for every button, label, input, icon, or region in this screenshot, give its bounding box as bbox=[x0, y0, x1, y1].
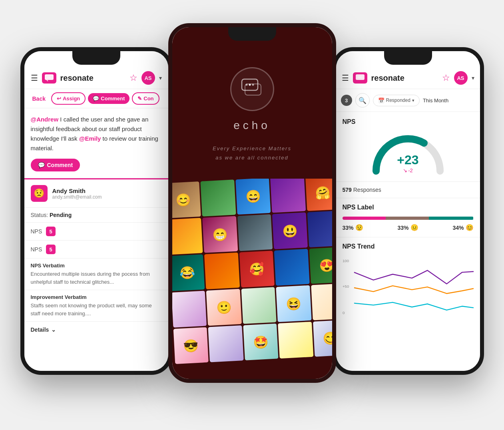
mention-emily[interactable]: @Emily bbox=[79, 135, 101, 142]
photo-24 bbox=[278, 322, 313, 358]
left-header: ☰ resonate ☆ AS ▾ bbox=[24, 51, 168, 89]
photo-15: 😍 bbox=[309, 247, 332, 284]
center-screen: echo Every Experience Matters as we are … bbox=[172, 27, 332, 379]
svg-point-9 bbox=[252, 84, 254, 86]
chevron-down-icon[interactable]: ▾ bbox=[159, 75, 162, 81]
photo-23: 🤩 bbox=[243, 323, 279, 360]
responses-row: 579 Responses bbox=[336, 182, 480, 198]
brand-name: resonate bbox=[60, 74, 126, 83]
photo-16 bbox=[172, 291, 207, 327]
echo-title: echo bbox=[233, 119, 271, 132]
gauge-container: +23 ↘ -2 bbox=[368, 131, 448, 175]
details-row[interactable]: Details ⌄ bbox=[24, 322, 168, 338]
right-phone: ☰ resonate ☆ AS ▾ 3 🔍 bbox=[332, 47, 484, 375]
nps-trend-section: NPS Trend 100 +50 0 bbox=[336, 237, 480, 327]
month-label[interactable]: This Month bbox=[423, 98, 448, 104]
avatar[interactable]: AS bbox=[141, 71, 155, 85]
user-avatar: 😟 bbox=[31, 185, 48, 202]
right-favorite-icon[interactable]: ☆ bbox=[442, 73, 450, 83]
photo-12 bbox=[204, 253, 240, 289]
right-header: ☰ resonate ☆ AS ▾ bbox=[336, 51, 480, 89]
improvement-section: Improvement Verbatim Staffs seem not kno… bbox=[24, 290, 168, 322]
responses-count: 579 bbox=[343, 187, 352, 193]
comment-button[interactable]: 💬 Comment bbox=[31, 159, 80, 171]
user-info: Andy Smith andy.smith@email.com bbox=[52, 187, 102, 200]
svg-point-8 bbox=[249, 84, 251, 86]
photo-5: 🤗 bbox=[305, 179, 332, 211]
right-screen: ☰ resonate ☆ AS ▾ 3 🔍 bbox=[336, 51, 480, 371]
status-value: Pending bbox=[50, 212, 72, 218]
bar-promoter bbox=[429, 217, 474, 220]
svg-point-11 bbox=[358, 77, 359, 78]
photo-21: 😎 bbox=[173, 327, 209, 364]
photo-8 bbox=[237, 214, 273, 251]
photo-20 bbox=[311, 283, 332, 320]
calendar-icon: 📅 bbox=[378, 98, 384, 104]
photo-11: 😂 bbox=[172, 254, 205, 291]
search-button[interactable]: 🔍 bbox=[355, 93, 370, 108]
photo-7: 😁 bbox=[202, 216, 238, 253]
photo-22 bbox=[208, 325, 243, 362]
svg-point-2 bbox=[47, 77, 48, 78]
nps-label-section: NPS Label 33% 😟 33% 😐 3 bbox=[336, 198, 480, 237]
responded-filter[interactable]: 📅 Responded ▾ bbox=[373, 95, 420, 106]
notification-badge[interactable]: 3 bbox=[341, 95, 352, 106]
comment-area: @Andrew I called the user and she gave a… bbox=[24, 108, 168, 178]
comment-text: @Andrew I called the user and she gave a… bbox=[31, 115, 162, 153]
nps-badge-2: 5 bbox=[46, 245, 56, 254]
bar-detractor bbox=[343, 217, 386, 220]
nps-trend-title: NPS Trend bbox=[343, 243, 474, 250]
nps-label-title: NPS Label bbox=[343, 204, 474, 211]
hamburger-icon[interactable]: ☰ bbox=[31, 73, 38, 83]
mention-andrew[interactable]: @Andrew bbox=[31, 116, 59, 123]
photo-18 bbox=[241, 287, 277, 324]
right-avatar[interactable]: AS bbox=[454, 71, 468, 85]
nps-row-1: NPS 5 bbox=[24, 223, 168, 241]
right-logo-icon bbox=[353, 72, 367, 84]
center-phone: echo Every Experience Matters as we are … bbox=[168, 23, 336, 383]
svg-point-7 bbox=[246, 84, 248, 86]
echo-tagline: Every Experience Matters as we are all c… bbox=[197, 144, 307, 163]
right-brand-name: resonate bbox=[371, 74, 438, 83]
favorite-icon[interactable]: ☆ bbox=[129, 73, 137, 83]
photo-3: 😄 bbox=[235, 179, 271, 215]
photo-collage: 😊 😄 🤗 😁 😃 😂 🥰 😍 🙂 bbox=[172, 179, 332, 379]
echo-logo bbox=[230, 67, 274, 111]
photo-10 bbox=[307, 211, 332, 247]
user-email: andy.smith@email.com bbox=[52, 194, 102, 200]
passive-pct: 33% 😐 bbox=[397, 224, 418, 231]
verbatim-section: NPS Verbatim Encountered multiple issues… bbox=[24, 259, 168, 290]
status-label: Status: bbox=[31, 212, 48, 218]
photo-6 bbox=[172, 218, 203, 255]
left-screen: ☰ resonate ☆ AS ▾ Ba bbox=[24, 51, 168, 371]
status-row: Status: Pending bbox=[24, 208, 168, 223]
bar-passive bbox=[386, 217, 429, 220]
assign-icon: ↩ bbox=[57, 96, 61, 102]
verbatim-label: NPS Verbatim bbox=[31, 263, 162, 269]
nps-label-2: NPS bbox=[31, 246, 42, 253]
passive-emoji: 😐 bbox=[410, 224, 418, 231]
photo-19: 😆 bbox=[276, 285, 311, 322]
svg-point-4 bbox=[50, 77, 51, 78]
verbatim-text: Encountered multiple issues during the p… bbox=[31, 270, 162, 286]
con-icon: ✎ bbox=[137, 96, 142, 102]
assign-button[interactable]: ↩ Assign bbox=[51, 92, 86, 105]
y-label-100: 100 bbox=[343, 259, 349, 263]
svg-point-3 bbox=[48, 77, 50, 78]
photo-4 bbox=[270, 179, 306, 213]
photo-1: 😊 bbox=[172, 181, 201, 218]
back-button[interactable]: Back bbox=[29, 94, 49, 104]
nps-change: ↘ -2 bbox=[397, 167, 418, 173]
nps-section-title: NPS bbox=[343, 118, 474, 125]
left-phone: ☰ resonate ☆ AS ▾ Ba bbox=[20, 47, 172, 375]
right-chevron-icon[interactable]: ▾ bbox=[472, 75, 474, 81]
trend-chart: 100 +50 0 bbox=[343, 256, 474, 320]
right-hamburger-icon[interactable]: ☰ bbox=[342, 73, 349, 83]
label-percentages: 33% 😟 33% 😐 34% 😊 bbox=[343, 224, 474, 231]
detractor-pct: 33% 😟 bbox=[343, 224, 363, 231]
nps-label-1: NPS bbox=[31, 228, 42, 235]
improvement-label: Improvement Verbatim bbox=[31, 294, 162, 300]
comment-tab[interactable]: 💬 Comment bbox=[88, 93, 129, 104]
con-tab[interactable]: ✎ Con bbox=[132, 92, 159, 105]
photo-25: 😋 bbox=[313, 320, 332, 356]
